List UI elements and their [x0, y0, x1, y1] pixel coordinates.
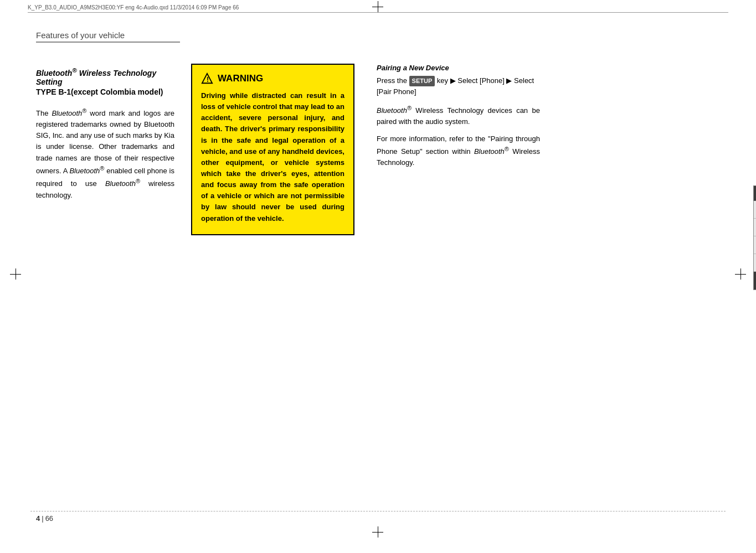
heading-italic: Bluetooth® — [36, 69, 77, 77]
ui-row-phone: Phone — [754, 201, 756, 219]
svg-text:!: ! — [207, 76, 209, 84]
ui-panel-header: Setup ☯ ⇄ 1/3 — [754, 186, 756, 201]
page-number: 4 | 66 — [36, 514, 53, 523]
ui-panel-footer: ↩ — [754, 272, 756, 290]
warning-box: ! WARNING Driving while distracted can r… — [191, 64, 354, 235]
pairing-text: Press the SETUP key ▶ Select [Phone] ▶ S… — [377, 75, 540, 97]
ui-panel: Setup ☯ ⇄ 1/3 Phone Pair Phone ► Paired … — [753, 185, 756, 290]
below-panel-para1: Bluetooth® Wireless Technology devices c… — [377, 104, 540, 128]
warning-triangle-icon: ! — [201, 73, 213, 85]
warning-title: ! WARNING — [201, 73, 344, 85]
section-number: 4 — [36, 514, 40, 523]
ui-row-contacts-download: Contacts Download ► — [754, 254, 756, 272]
page-divider-bar: | — [42, 514, 43, 523]
main-heading: Bluetooth® Wireless Technology Setting — [36, 66, 174, 86]
below-panel-para2: For more information, refer to the "Pair… — [377, 133, 540, 169]
crosshair-left — [10, 268, 21, 280]
right-column: Pairing a New Device Press the SETUP key… — [377, 64, 540, 168]
ui-panel-rows: Phone Pair Phone ► Paired Phone List (2/… — [754, 201, 756, 272]
warning-column: ! WARNING Driving while distracted can r… — [191, 64, 354, 235]
subheading: TYPE B-1(except Colombia model) — [36, 87, 174, 96]
crosshair-top — [372, 1, 383, 12]
header-filename: K_YP_B3.0_AUDIO_A9MS2H3E00:YF eng 4c-Aud… — [28, 4, 239, 11]
warning-text: Driving while distracted can result in a… — [201, 90, 344, 224]
page-num-value: 66 — [45, 514, 53, 523]
section-title: Features of your vehicle — [36, 30, 180, 43]
pairing-title: Pairing a New Device — [377, 64, 540, 72]
ui-row-paired-phone-list: Paired Phone List (2/5) ► — [754, 236, 756, 254]
left-body-text: The Bluetooth® word mark and logos are r… — [36, 106, 174, 201]
page-divider — [30, 511, 726, 511]
crosshair-right — [735, 268, 746, 280]
ui-row-pair-phone: Pair Phone ► — [754, 219, 756, 236]
setup-key-badge: SETUP — [409, 76, 435, 86]
crosshair-bottom — [372, 526, 383, 538]
left-column: Bluetooth® Wireless Technology Setting T… — [36, 66, 174, 201]
registered-mark: ® — [72, 66, 77, 74]
